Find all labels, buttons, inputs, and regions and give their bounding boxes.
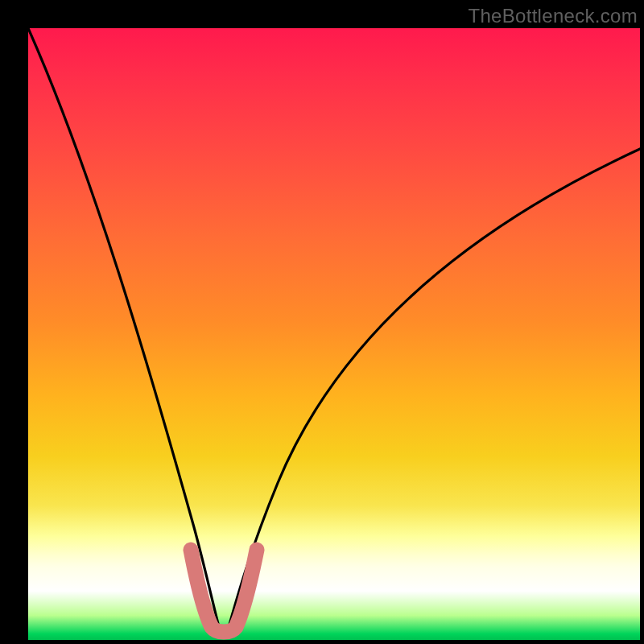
bottleneck-curve xyxy=(28,28,640,630)
plot-area xyxy=(28,28,640,640)
chart-frame: TheBottleneck.com xyxy=(0,0,644,644)
chart-svg xyxy=(28,28,640,640)
watermark-text: TheBottleneck.com xyxy=(468,5,638,27)
valley-highlight xyxy=(191,550,257,632)
